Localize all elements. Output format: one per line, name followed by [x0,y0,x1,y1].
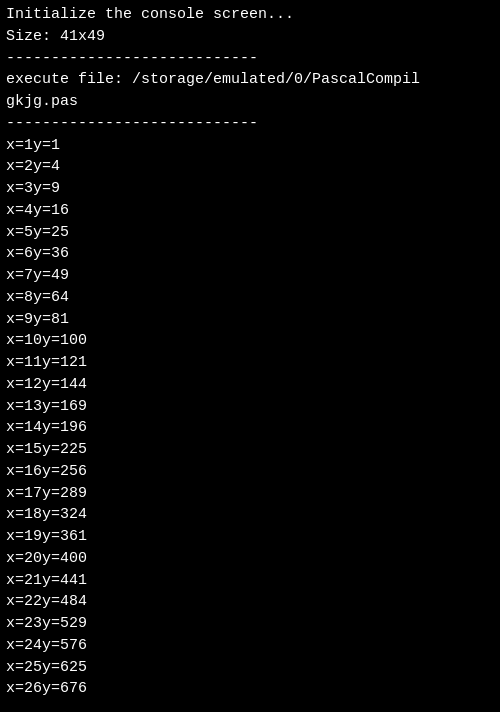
console-line: x=19y=361 [6,526,494,548]
console-line: x=22y=484 [6,591,494,613]
console-line: x=18y=324 [6,504,494,526]
console-line: x=17y=289 [6,483,494,505]
console-line: ---------------------------- [6,48,494,70]
console-line: Size: 41x49 [6,26,494,48]
console-line: x=13y=169 [6,396,494,418]
console-line: Initialize the console screen... [6,4,494,26]
console-line: x=15y=225 [6,439,494,461]
console-output: Initialize the console screen...Size: 41… [6,4,494,700]
console-line: x=2y=4 [6,156,494,178]
console-line: execute file: /storage/emulated/0/Pascal… [6,69,494,91]
console-line: x=12y=144 [6,374,494,396]
console-line: x=8y=64 [6,287,494,309]
console-line: x=24y=576 [6,635,494,657]
console-line: x=9y=81 [6,309,494,331]
console-line: x=7y=49 [6,265,494,287]
console-line: x=20y=400 [6,548,494,570]
console-line: x=10y=100 [6,330,494,352]
console-line: x=16y=256 [6,461,494,483]
console-line: ---------------------------- [6,113,494,135]
console-line: x=5y=25 [6,222,494,244]
console-line: x=6y=36 [6,243,494,265]
console-line: x=4y=16 [6,200,494,222]
console-line: x=3y=9 [6,178,494,200]
console-line: x=1y=1 [6,135,494,157]
console-line: x=23y=529 [6,613,494,635]
console-line: x=21y=441 [6,570,494,592]
console-line: x=26y=676 [6,678,494,700]
console-line: x=11y=121 [6,352,494,374]
console-line: x=25y=625 [6,657,494,679]
console-line: gkjg.pas [6,91,494,113]
console-line: x=14y=196 [6,417,494,439]
